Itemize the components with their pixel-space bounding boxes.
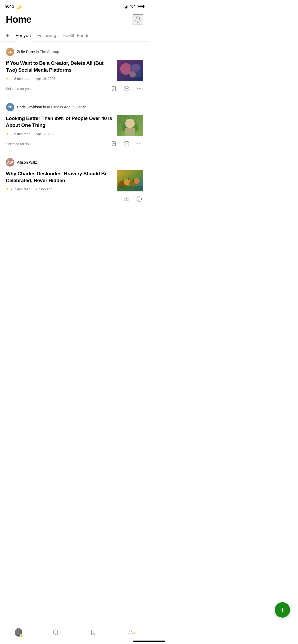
dot-2: · [33, 77, 34, 81]
more-icon-2 [136, 141, 142, 147]
more-button-2[interactable] [135, 140, 143, 148]
status-bar: 9:41 🌙 [0, 0, 149, 11]
article-meta-1: ✦ · 8 min read · Apr 19, 2023 [6, 76, 113, 81]
dislike-button-3[interactable] [135, 195, 143, 203]
svg-point-15 [125, 119, 135, 128]
svg-point-24 [141, 143, 142, 144]
tab-health-foods[interactable]: Health Foods [62, 30, 89, 41]
status-time: 9:41 🌙 [5, 4, 21, 9]
article-body-1[interactable]: If You Want to Be a Creator, Delete All … [6, 60, 143, 81]
bookmark-add-icon-1 [111, 86, 117, 91]
star-icon-1: ✦ [6, 76, 9, 81]
author-row-3: AW Allison Wiltz [6, 158, 143, 167]
article-date-2: Apr 17, 2023 [36, 132, 55, 136]
article-title-2: Looking Better Than 99% of People Over 4… [6, 115, 113, 128]
svg-text:✦: ✦ [122, 78, 123, 80]
status-icons [124, 4, 144, 9]
dot-6: · [33, 187, 34, 191]
dislike-button-2[interactable] [123, 140, 130, 148]
article-actions-2: Selected for you [6, 140, 143, 148]
author-pub-2: In Fitness And In Health [47, 105, 87, 109]
selected-label-2: Selected for you [6, 142, 31, 146]
selected-label-1: Selected for you [6, 87, 31, 91]
author-row-2: CD Chris Davidson in In Fitness And In H… [6, 103, 143, 111]
read-time-3: 7 min read [14, 187, 30, 191]
article-card-2: CD Chris Davidson in In Fitness And In H… [0, 97, 149, 152]
save-button-2[interactable] [110, 140, 118, 148]
article-actions-1: Selected for you [6, 85, 143, 93]
article-actions-3 [6, 195, 143, 203]
author-in-2: in [43, 105, 47, 109]
dislike-button-1[interactable] [123, 85, 130, 93]
battery-icon [137, 5, 144, 8]
article-body-2[interactable]: Looking Better Than 99% of People Over 4… [6, 115, 143, 136]
svg-point-11 [139, 88, 140, 89]
wifi-icon [130, 4, 135, 9]
dot-3: · [11, 132, 12, 136]
star-icon-2: ✦ [6, 132, 9, 136]
article-body-3[interactable]: Why Charles Deslondes' Bravery Should Be… [6, 170, 143, 191]
author-name-1: Zulie Rane [17, 50, 35, 54]
read-time-1: 8 min read [14, 77, 30, 81]
dot-5: · [11, 187, 12, 191]
read-time-2: 5 min read [14, 132, 30, 136]
thumbnail-2 [117, 115, 143, 136]
thumbnail-1: ✦ [117, 60, 143, 81]
save-button-1[interactable] [110, 85, 118, 93]
article-date-1: Apr 19, 2023 [36, 77, 55, 81]
article-meta-3: ✦ · 7 min read · 2 days ago [6, 187, 113, 191]
avatar-1: ZR [6, 48, 14, 56]
add-tab-button[interactable]: + [6, 29, 9, 42]
svg-rect-17 [122, 131, 138, 136]
page-header: Home [0, 11, 149, 29]
article-title-1: If You Want to Be a Creator, Delete All … [6, 60, 113, 73]
author-pub-1: The Startup [40, 50, 59, 54]
article-meta-2: ✦ · 5 min read · Apr 17, 2023 [6, 132, 113, 136]
bookmark-add-icon-3 [124, 196, 129, 202]
moon-icon: 🌙 [16, 4, 21, 9]
svg-point-12 [141, 88, 142, 89]
avatar-2: CD [6, 103, 14, 111]
svg-point-4 [129, 71, 136, 77]
minus-circle-icon-2 [124, 141, 129, 147]
author-in-1: in [36, 50, 40, 54]
minus-circle-icon-1 [124, 86, 129, 91]
tab-for-you[interactable]: For you [16, 30, 31, 41]
dot-1: · [11, 77, 12, 81]
article-card-1: ZR Zulie Rane in The Startup If You Want… [0, 42, 149, 97]
notifications-button[interactable] [133, 14, 143, 25]
svg-rect-30 [117, 186, 143, 191]
author-row-1: ZR Zulie Rane in The Startup [6, 48, 143, 56]
article-title-3: Why Charles Deslondes' Bravery Should Be… [6, 170, 113, 184]
time-display: 9:41 [5, 4, 14, 9]
author-name-2: Chris Davidson [17, 105, 42, 109]
more-button-1[interactable] [135, 85, 143, 93]
svg-point-29 [134, 178, 139, 184]
tab-bar: + For you Following Health Foods [0, 29, 149, 42]
bell-icon [134, 16, 141, 23]
avatar-3: AW [6, 158, 14, 167]
article-date-3: 2 days ago [36, 187, 53, 191]
svg-point-3 [132, 64, 140, 72]
author-name-3: Allison Wiltz [17, 160, 37, 164]
thumbnail-3 [117, 170, 143, 191]
svg-point-10 [137, 88, 138, 89]
page-title: Home [6, 14, 31, 25]
dot-4: · [33, 132, 34, 136]
article-card-3: AW Allison Wiltz Why Charles Deslondes' … [0, 152, 149, 235]
signal-icon [124, 5, 128, 8]
star-icon-3: ✦ [6, 187, 9, 191]
save-button-3[interactable] [123, 195, 130, 203]
minus-circle-icon-3 [136, 196, 142, 202]
svg-point-23 [139, 143, 140, 144]
bookmark-add-icon-2 [111, 141, 117, 147]
more-icon-1 [136, 86, 142, 91]
tab-following[interactable]: Following [37, 30, 56, 41]
svg-point-22 [137, 143, 138, 144]
